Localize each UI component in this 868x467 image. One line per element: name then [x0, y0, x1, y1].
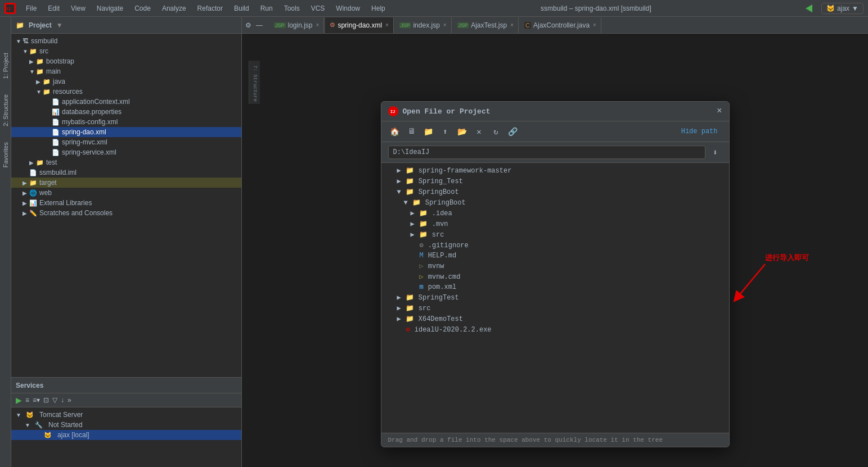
tree-resources[interactable]: ▼ 📁 resources [11, 87, 241, 97]
services-group-btn[interactable]: ≡▾ [33, 396, 40, 404]
dialog-item-x64demotest[interactable]: ▶ 📁 X64DemoTest [381, 314, 729, 324]
tree-spring-mvc[interactable]: ▶ 📄 spring-mvc.xml [11, 137, 241, 147]
svg-text:IJ: IJ [7, 6, 11, 11]
spring-test-folder-icon: 📁 [406, 177, 414, 185]
menu-analyze[interactable]: Analyze [158, 3, 191, 13]
services-filter2-btn[interactable]: ▽ [52, 396, 57, 404]
dialog-item-mvn[interactable]: ▶ 📁 .mvn [381, 219, 729, 229]
dialog-item-idea[interactable]: ▶ 📁 .idea [381, 208, 729, 219]
menu-window[interactable]: Window [331, 3, 365, 13]
dialog-close-btn[interactable]: × [717, 106, 722, 116]
tree-applicationcontext[interactable]: ▶ 📄 applicationContext.xml [11, 97, 241, 107]
services-more-btn[interactable]: » [68, 396, 71, 404]
services-layout-btn[interactable]: ⊡ [43, 396, 49, 404]
navigate-back-icon[interactable] [802, 2, 815, 15]
dialog-refresh-btn[interactable]: ↻ [489, 125, 503, 138]
dialog-create-folder-btn[interactable]: 📁 [422, 125, 435, 138]
tab-ajaxcontroller-java[interactable]: C AjaxController.java × [520, 17, 601, 33]
ajaxcontroller-java-close[interactable]: × [593, 22, 596, 28]
dialog-path-input[interactable] [388, 146, 705, 159]
menu-build[interactable]: Build [230, 3, 254, 13]
dialog-item-springboot-parent[interactable]: ▼ 📁 SpringBoot [381, 187, 729, 197]
mvnw-cmd-icon: ▷ [420, 273, 424, 281]
index-jsp-close[interactable]: × [443, 22, 447, 28]
run-config-selector[interactable]: 🐱 ajax ▼ [821, 3, 863, 14]
dialog-item-mvnw[interactable]: ▷ mvnw [381, 261, 729, 271]
tab-spring-dao-xml[interactable]: ⚙ spring-dao.xml × [325, 17, 394, 33]
tree-ext-libs[interactable]: ▶ 📊 External Libraries [11, 198, 241, 208]
dialog-parent-folder-btn[interactable]: ⬆ [439, 125, 452, 138]
dialog-item-src-spring[interactable]: ▶ 📁 src [381, 229, 729, 240]
menu-tools[interactable]: Tools [280, 3, 304, 13]
scratches-label: Scratches and Consoles [39, 209, 113, 217]
dialog-tree[interactable]: ▶ 📁 spring-framework-master ▶ 📁 Spring_T… [381, 163, 729, 433]
tree-scratches[interactable]: ▶ ✏️ Scratches and Consoles [11, 208, 241, 218]
dialog-item-gitignore[interactable]: ⚙ .gitignore [381, 240, 729, 251]
dialog-item-springboot-sub[interactable]: ▼ 📁 SpringBoot [381, 197, 729, 208]
dialog-item-spring-framework-master[interactable]: ▶ 📁 spring-framework-master [381, 165, 729, 176]
dialog-item-help-md[interactable]: M HELP.md [381, 251, 729, 261]
tree-mybatis-config[interactable]: ▶ 📄 mybatis-config.xml [11, 117, 241, 127]
menu-file[interactable]: File [21, 3, 41, 13]
tab-ajaxtest-jsp[interactable]: JSP AjaxTest.jsp × [453, 17, 519, 33]
menu-refactor[interactable]: Refactor [193, 3, 227, 13]
menu-code[interactable]: Code [130, 3, 155, 13]
svg-marker-3 [806, 4, 812, 12]
structure-tab[interactable]: 2: Structure [1, 92, 10, 129]
dialog-overlay: IJ Open File or Project × 🏠 🖥 📁 ⬆ 📂 ✕ ↻ … [242, 34, 868, 467]
project-tab[interactable]: 1: Project [1, 51, 10, 81]
tree-src[interactable]: ▼ 📁 src [11, 46, 241, 56]
annotation-text: 进行导入即可 [765, 253, 809, 263]
dialog-hide-path-btn[interactable]: Hide path [681, 128, 722, 135]
services-filter-btn[interactable]: ≡ [25, 396, 29, 404]
dialog-item-springtest[interactable]: ▶ 📁 SpringTest [381, 292, 729, 303]
editor-area[interactable]: 7: Structure IJ Open File or Project × 🏠… [242, 34, 868, 467]
target-label: target [39, 179, 57, 187]
tab-login-jsp[interactable]: JSP login.jsp × [269, 17, 324, 33]
tree-test[interactable]: ▶ 📁 test [11, 157, 241, 167]
dialog-desktop-btn[interactable]: 🖥 [405, 125, 419, 138]
services-play-btn[interactable]: ▶ [16, 396, 22, 405]
tree-spring-dao[interactable]: ▶ 📄 spring-dao.xml [11, 127, 241, 137]
dialog-item-mvnw-cmd[interactable]: ▷ mvnw.cmd [381, 271, 729, 282]
tab-collapse-icon[interactable]: — [255, 20, 264, 30]
services-ajax-local[interactable]: ▶ 🐱 ajax [local] [11, 430, 241, 440]
spring-dao-xml-close[interactable]: × [385, 22, 389, 28]
dialog-item-src-root[interactable]: ▶ 📁 src [381, 303, 729, 314]
dialog-home-btn[interactable]: 🏠 [388, 125, 402, 138]
tree-target[interactable]: ▶ 📁 target [11, 178, 241, 188]
menu-navigate[interactable]: Navigate [92, 3, 128, 13]
tree-root-ssmbuild[interactable]: ▼ 🏗 ssmbuild [11, 36, 241, 46]
dialog-item-pom-xml[interactable]: m pom.xml [381, 282, 729, 292]
tree-spring-service[interactable]: ▶ 📄 spring-service.xml [11, 147, 241, 157]
dialog-new-folder-btn[interactable]: 📂 [456, 125, 469, 138]
dialog-item-idealU-exe[interactable]: ⚙ idealU-2020.2.2.exe [381, 324, 729, 335]
menu-view[interactable]: View [66, 3, 90, 13]
menu-help[interactable]: Help [367, 3, 390, 13]
menu-run[interactable]: Run [256, 3, 277, 13]
ajaxtest-jsp-close[interactable]: × [510, 22, 514, 28]
tree-ssmbuild-iml[interactable]: ▶ 📄 ssmbuild.iml [11, 167, 241, 178]
project-dropdown-icon[interactable]: ▼ [56, 21, 63, 29]
dialog-link-btn[interactable]: 🔗 [506, 125, 520, 138]
login-jsp-close[interactable]: × [316, 22, 320, 28]
dialog-item-spring-test[interactable]: ▶ 📁 Spring_Test [381, 176, 729, 187]
tree-database[interactable]: ▶ 📊 database.properties [11, 107, 241, 117]
tree-java[interactable]: ▶ 📁 java [11, 76, 241, 87]
tree-web[interactable]: ▶ 🌐 web [11, 188, 241, 198]
springboot-sub-folder-icon: 📁 [412, 198, 421, 207]
dialog-delete-btn[interactable]: ✕ [473, 125, 486, 138]
services-not-started[interactable]: ▼ 🔧 Not Started [11, 420, 241, 430]
services-tomcat-server[interactable]: ▼ 🐱 Tomcat Server [11, 410, 241, 420]
menu-edit[interactable]: Edit [43, 3, 64, 13]
dialog-download-btn[interactable]: ⬇ [709, 146, 722, 159]
tree-main[interactable]: ▼ 📁 main [11, 66, 241, 76]
services-pin-btn[interactable]: ↓ [61, 396, 64, 404]
tab-bar-controls: ⚙ — [244, 20, 264, 30]
tab-index-jsp[interactable]: JSP index.jsp × [395, 17, 452, 33]
menu-vcs[interactable]: VCS [307, 3, 330, 13]
spring-dao-xml-label: spring-dao.xml [338, 21, 382, 29]
tab-settings-icon[interactable]: ⚙ [244, 20, 253, 30]
favorites-tab[interactable]: Favorites [1, 140, 10, 170]
tree-bootstrap[interactable]: ▶ 📁 bootstrap [11, 56, 241, 66]
